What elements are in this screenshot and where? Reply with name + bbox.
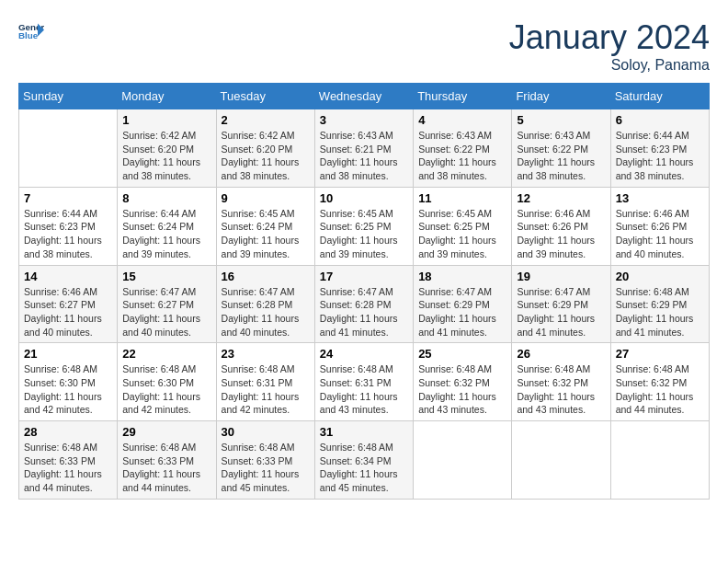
day-info: Sunrise: 6:45 AMSunset: 6:24 PMDaylight:… <box>222 207 310 261</box>
day-number: 11 <box>418 191 506 205</box>
day-info: Sunrise: 6:45 AMSunset: 6:25 PMDaylight:… <box>418 207 506 261</box>
day-info: Sunrise: 6:48 AMSunset: 6:32 PMDaylight:… <box>517 362 605 417</box>
calendar-cell: 22Sunrise: 6:48 AMSunset: 6:30 PMDayligh… <box>118 343 216 421</box>
day-number: 8 <box>122 191 210 205</box>
calendar-cell: 21Sunrise: 6:48 AMSunset: 6:30 PMDayligh… <box>19 343 118 421</box>
day-info: Sunrise: 6:46 AMSunset: 6:26 PMDaylight:… <box>517 207 605 261</box>
calendar-cell: 24Sunrise: 6:48 AMSunset: 6:31 PMDayligh… <box>314 343 413 421</box>
day-number: 21 <box>24 347 112 361</box>
calendar-cell: 26Sunrise: 6:48 AMSunset: 6:32 PMDayligh… <box>512 343 610 421</box>
calendar-cell <box>414 421 512 500</box>
day-number: 23 <box>222 347 310 361</box>
day-number: 9 <box>222 191 310 205</box>
location-title: Soloy, Panama <box>509 57 710 74</box>
calendar-cell: 6Sunrise: 6:44 AMSunset: 6:23 PMDaylight… <box>610 109 709 188</box>
day-info: Sunrise: 6:42 AMSunset: 6:20 PMDaylight:… <box>222 129 310 183</box>
day-number: 15 <box>122 270 210 283</box>
day-info: Sunrise: 6:47 AMSunset: 6:29 PMDaylight:… <box>418 285 506 339</box>
day-info: Sunrise: 6:48 AMSunset: 6:31 PMDaylight:… <box>320 362 408 417</box>
day-number: 20 <box>616 270 704 283</box>
day-number: 6 <box>616 113 704 127</box>
day-info: Sunrise: 6:44 AMSunset: 6:23 PMDaylight:… <box>616 129 704 183</box>
day-number: 13 <box>616 191 704 205</box>
month-title: January 2024 <box>509 18 710 57</box>
day-of-week-header: Tuesday <box>216 84 314 109</box>
day-info: Sunrise: 6:44 AMSunset: 6:24 PMDaylight:… <box>122 207 210 261</box>
calendar-cell: 12Sunrise: 6:46 AMSunset: 6:26 PMDayligh… <box>512 187 610 265</box>
day-number: 30 <box>222 425 310 439</box>
day-number: 18 <box>418 270 506 283</box>
calendar-week-row: 7Sunrise: 6:44 AMSunset: 6:23 PMDaylight… <box>19 187 710 265</box>
title-block: January 2024 Soloy, Panama <box>509 18 710 74</box>
calendar-cell: 14Sunrise: 6:46 AMSunset: 6:27 PMDayligh… <box>19 265 118 343</box>
day-of-week-header: Saturday <box>610 84 709 109</box>
day-number: 2 <box>222 113 310 127</box>
svg-text:Blue: Blue <box>18 30 39 40</box>
calendar-cell: 29Sunrise: 6:48 AMSunset: 6:33 PMDayligh… <box>118 421 216 500</box>
calendar-cell: 8Sunrise: 6:44 AMSunset: 6:24 PMDaylight… <box>118 187 216 265</box>
day-number: 7 <box>24 191 112 205</box>
day-info: Sunrise: 6:43 AMSunset: 6:22 PMDaylight:… <box>418 129 506 183</box>
calendar-cell: 7Sunrise: 6:44 AMSunset: 6:23 PMDaylight… <box>19 187 118 265</box>
day-info: Sunrise: 6:44 AMSunset: 6:23 PMDaylight:… <box>24 207 112 261</box>
logo: General Blue <box>18 18 44 44</box>
calendar-cell <box>610 421 709 500</box>
day-of-week-header: Friday <box>512 84 610 109</box>
calendar-body: 1Sunrise: 6:42 AMSunset: 6:20 PMDaylight… <box>19 109 710 500</box>
day-number: 22 <box>122 347 210 361</box>
day-info: Sunrise: 6:48 AMSunset: 6:33 PMDaylight:… <box>222 441 310 495</box>
calendar-cell: 20Sunrise: 6:48 AMSunset: 6:29 PMDayligh… <box>610 265 709 343</box>
calendar-cell: 25Sunrise: 6:48 AMSunset: 6:32 PMDayligh… <box>414 343 512 421</box>
logo-icon: General Blue <box>18 18 44 44</box>
day-number: 19 <box>517 270 605 283</box>
day-number: 24 <box>320 347 408 361</box>
day-info: Sunrise: 6:48 AMSunset: 6:33 PMDaylight:… <box>24 441 112 495</box>
day-number: 26 <box>517 347 605 361</box>
calendar-cell: 5Sunrise: 6:43 AMSunset: 6:22 PMDaylight… <box>512 109 610 188</box>
calendar-cell: 27Sunrise: 6:48 AMSunset: 6:32 PMDayligh… <box>610 343 709 421</box>
day-of-week-header: Sunday <box>19 84 118 109</box>
calendar-cell: 3Sunrise: 6:43 AMSunset: 6:21 PMDaylight… <box>314 109 413 188</box>
calendar-cell <box>512 421 610 500</box>
calendar-cell: 11Sunrise: 6:45 AMSunset: 6:25 PMDayligh… <box>414 187 512 265</box>
day-info: Sunrise: 6:47 AMSunset: 6:27 PMDaylight:… <box>122 285 210 339</box>
calendar-cell: 28Sunrise: 6:48 AMSunset: 6:33 PMDayligh… <box>19 421 118 500</box>
calendar-header-row: SundayMondayTuesdayWednesdayThursdayFrid… <box>19 84 710 109</box>
calendar-cell: 18Sunrise: 6:47 AMSunset: 6:29 PMDayligh… <box>414 265 512 343</box>
day-info: Sunrise: 6:47 AMSunset: 6:28 PMDaylight:… <box>320 285 408 339</box>
day-number: 17 <box>320 270 408 283</box>
page-header: General Blue January 2024 Soloy, Panama <box>18 18 710 74</box>
day-number: 10 <box>320 191 408 205</box>
day-info: Sunrise: 6:46 AMSunset: 6:27 PMDaylight:… <box>24 285 112 339</box>
day-number: 12 <box>517 191 605 205</box>
day-number: 28 <box>24 425 112 439</box>
calendar-week-row: 14Sunrise: 6:46 AMSunset: 6:27 PMDayligh… <box>19 265 710 343</box>
calendar-cell: 1Sunrise: 6:42 AMSunset: 6:20 PMDaylight… <box>118 109 216 188</box>
calendar-week-row: 21Sunrise: 6:48 AMSunset: 6:30 PMDayligh… <box>19 343 710 421</box>
calendar-cell: 16Sunrise: 6:47 AMSunset: 6:28 PMDayligh… <box>216 265 314 343</box>
calendar-table: SundayMondayTuesdayWednesdayThursdayFrid… <box>18 83 710 500</box>
day-info: Sunrise: 6:47 AMSunset: 6:28 PMDaylight:… <box>222 285 310 339</box>
calendar-cell: 4Sunrise: 6:43 AMSunset: 6:22 PMDaylight… <box>414 109 512 188</box>
calendar-week-row: 1Sunrise: 6:42 AMSunset: 6:20 PMDaylight… <box>19 109 710 188</box>
day-number: 1 <box>122 113 210 127</box>
day-of-week-header: Monday <box>118 84 216 109</box>
day-of-week-header: Wednesday <box>314 84 413 109</box>
calendar-week-row: 28Sunrise: 6:48 AMSunset: 6:33 PMDayligh… <box>19 421 710 500</box>
day-info: Sunrise: 6:48 AMSunset: 6:34 PMDaylight:… <box>320 441 408 495</box>
day-info: Sunrise: 6:45 AMSunset: 6:25 PMDaylight:… <box>320 207 408 261</box>
day-number: 5 <box>517 113 605 127</box>
day-info: Sunrise: 6:42 AMSunset: 6:20 PMDaylight:… <box>122 129 210 183</box>
day-info: Sunrise: 6:43 AMSunset: 6:22 PMDaylight:… <box>517 129 605 183</box>
day-number: 16 <box>222 270 310 283</box>
calendar-cell: 19Sunrise: 6:47 AMSunset: 6:29 PMDayligh… <box>512 265 610 343</box>
day-info: Sunrise: 6:48 AMSunset: 6:32 PMDaylight:… <box>418 362 506 417</box>
calendar-cell: 31Sunrise: 6:48 AMSunset: 6:34 PMDayligh… <box>314 421 413 500</box>
calendar-cell: 17Sunrise: 6:47 AMSunset: 6:28 PMDayligh… <box>314 265 413 343</box>
calendar-cell <box>19 109 118 188</box>
day-number: 29 <box>122 425 210 439</box>
calendar-cell: 9Sunrise: 6:45 AMSunset: 6:24 PMDaylight… <box>216 187 314 265</box>
day-number: 14 <box>24 270 112 283</box>
day-info: Sunrise: 6:46 AMSunset: 6:26 PMDaylight:… <box>616 207 704 261</box>
day-info: Sunrise: 6:43 AMSunset: 6:21 PMDaylight:… <box>320 129 408 183</box>
